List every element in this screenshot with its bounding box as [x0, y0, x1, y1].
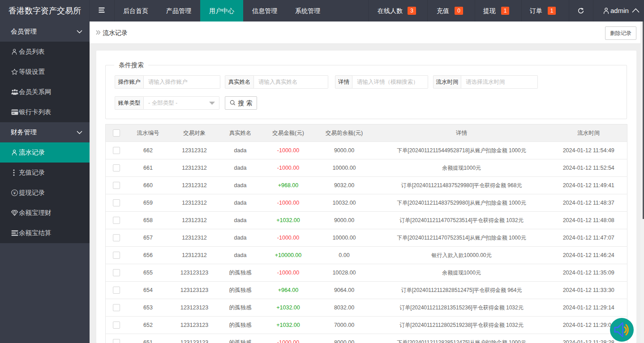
svg-text:¥: ¥ — [13, 190, 16, 195]
